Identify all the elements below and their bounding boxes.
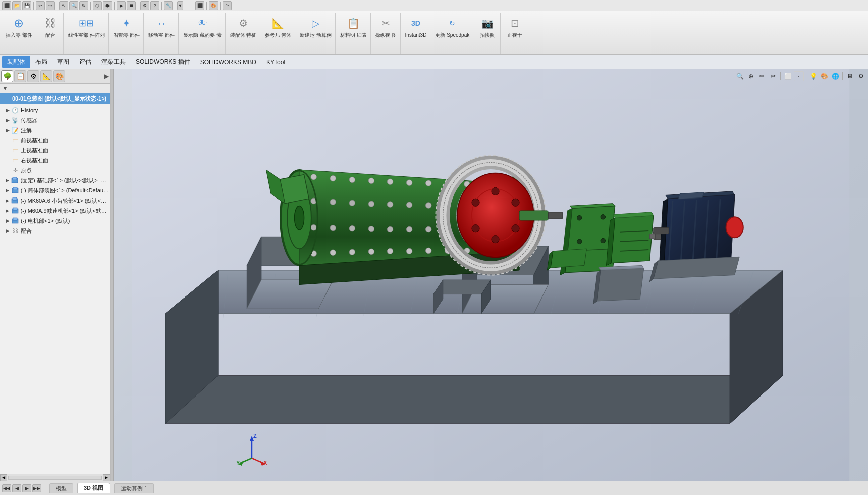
menu-kytool[interactable]: KYTool [261, 57, 290, 68]
linear-array-button[interactable]: ⊞⊞ 线性零部 件阵列 [67, 14, 106, 39]
nav-prev-btn[interactable]: ◀ [12, 484, 21, 492]
status-tab-motion[interactable]: 运动算例 1 [114, 483, 154, 493]
search-vp-icon[interactable]: 🔍 [735, 71, 745, 81]
nav-start-btn[interactable]: ◀◀ [2, 484, 11, 492]
more-icon[interactable]: ▼ [177, 1, 183, 10]
status-tab-model[interactable]: 模型 [49, 483, 73, 493]
solidworks-options-icon[interactable]: 🔧 [164, 1, 173, 10]
view-control-icon[interactable]: ⬛ [195, 1, 204, 10]
save-icon[interactable]: 💾 [22, 1, 31, 10]
panel-expand-arrow[interactable]: ▶ [104, 73, 109, 80]
select-icon[interactable]: ↖ [59, 1, 68, 10]
status-tab-3d[interactable]: 3D 视图 [77, 483, 110, 493]
menu-evaluate[interactable]: 评估 [74, 56, 96, 68]
menu-render[interactable]: 渲染工具 [96, 56, 131, 68]
annotations-icon: 📝 [11, 126, 19, 134]
open-file-icon[interactable]: 📂 [12, 1, 21, 10]
tree-item-mating[interactable]: ▶ ⛓ 配合 [0, 226, 110, 236]
filter-vp-icon[interactable]: ⊕ [746, 71, 756, 81]
undo-icon[interactable]: ↩ [36, 1, 45, 10]
scroll-track[interactable] [8, 476, 102, 480]
show-hide-button[interactable]: 👁 显示隐 藏的要 素 [182, 14, 223, 39]
scene-vp-icon[interactable]: 🌐 [830, 71, 840, 81]
move-part-label: 移动零 部件 [148, 32, 175, 38]
nav-end-btn[interactable]: ▶▶ [32, 484, 41, 492]
menubar: 装配体 布局 草图 评估 渲染工具 SOLIDWORKS 插件 SOLIDWOR… [0, 55, 868, 69]
rotate-icon[interactable]: ↻ [79, 1, 88, 10]
instant3d-label: Instant3D [405, 32, 427, 38]
options-icon[interactable]: ⚙ [140, 1, 149, 10]
tree-item-front-plane[interactable]: ▭ 前视基准面 [0, 135, 110, 145]
menu-assembly[interactable]: 装配体 [2, 56, 30, 68]
menu-sw-mbd[interactable]: SOLIDWORKS MBD [195, 57, 261, 68]
property-manager-tab[interactable]: 📋 [14, 70, 26, 82]
insert-part-label: 插入零 部件 [6, 32, 32, 38]
update-speedpak-button[interactable]: ↻ 更新 Speedpak [433, 14, 471, 39]
tree-root-item[interactable]: 00-01总装图 (默认<默认_显示状态-1>) [0, 93, 110, 104]
front-plane-icon: ▭ [11, 136, 19, 144]
reference-geometry-button[interactable]: 📐 参考几 何体 [263, 14, 293, 39]
display-style-icon[interactable]: ⬢ [103, 1, 112, 10]
new-motion-button[interactable]: ▷ 新建运 动算例 [298, 14, 333, 39]
snapshot-icon: 📷 [479, 15, 495, 31]
lighting-vp-icon[interactable]: 💡 [808, 71, 818, 81]
insert-part-button[interactable]: ⊕ 插入零 部件 [4, 14, 34, 39]
tree-item-reducer[interactable]: ▶ (-) M60A.9减速机部<1> (默认<默认_... [0, 206, 110, 216]
vp-sep2 [806, 72, 806, 80]
history-icon: 🕐 [11, 106, 19, 114]
tree-item-motor[interactable]: ▶ (-) 电机部<1> (默认) [0, 216, 110, 226]
smart-select-icon[interactable]: ✏ [757, 71, 767, 81]
help-icon[interactable]: ? [150, 1, 159, 10]
shell-arrow: ▶ [4, 188, 11, 193]
tree-item-history[interactable]: ▶ 🕐 History [0, 105, 110, 115]
tree-item-top-plane[interactable]: ▭ 上视基准面 [0, 145, 110, 155]
display-style-vp-icon[interactable]: ⬜ [783, 71, 793, 81]
svg-point-98 [512, 199, 519, 206]
appearance-tab[interactable]: 🎨 [53, 70, 65, 82]
view-orient-icon[interactable]: ⬡ [93, 1, 102, 10]
play-icon[interactable]: ▶ [117, 1, 126, 10]
stop-icon[interactable]: ⏹ [127, 1, 136, 10]
nav-next-btn[interactable]: ▶ [22, 484, 31, 492]
panel-scrollbar[interactable]: ◀ ▶ [0, 474, 110, 481]
mate-button[interactable]: ⛓ 配合 [39, 14, 61, 39]
scroll-left-btn[interactable]: ◀ [0, 474, 7, 481]
section-vp-icon[interactable]: ✂ [768, 71, 778, 81]
section-view-button[interactable]: ✂ 操纵视 图 [374, 14, 398, 39]
ribbon-group-move: ↔ 移动零 部件 [145, 13, 179, 54]
scroll-right-btn[interactable]: ▶ [103, 474, 110, 481]
menu-layout[interactable]: 布局 [30, 56, 52, 68]
instant3d-button[interactable]: 3D Instant3D [404, 14, 428, 39]
tree-item-right-plane[interactable]: ▭ 右视基准面 [0, 155, 110, 165]
appearance-icon[interactable]: 🎨 [209, 1, 218, 10]
dim-expert-tab[interactable]: 📐 [40, 70, 52, 82]
normalto-button[interactable]: ⊡ 正视于 [504, 14, 526, 39]
new-file-icon[interactable]: ⬛ [2, 1, 11, 10]
3d-viewport[interactable]: 🔍 ⊕ ✏ ✂ ⬜ · 💡 🎨 🌐 🖥 ⚙ [114, 69, 868, 481]
tree-item-small-gear[interactable]: ▶ (-) MK60A.6 小齿轮部<1> (默认<默认... [0, 195, 110, 206]
tree-item-sensors[interactable]: ▶ 📡 传感器 [0, 115, 110, 125]
hide-show-vp-icon[interactable]: · [794, 71, 804, 81]
assembly-features-button[interactable]: ⚙ 装配体 特征 [229, 14, 258, 39]
render-vp-icon[interactable]: 🎨 [819, 71, 829, 81]
snapshot-button[interactable]: 📷 拍快照 [476, 14, 498, 39]
tree-item-foundation[interactable]: ▶ (固定) 基础部<1> (默认<<默认>_显示... [0, 175, 110, 185]
move-part-button[interactable]: ↔ 移动零 部件 [147, 14, 176, 39]
feature-manager-tab[interactable]: 🌳 [1, 70, 13, 82]
tree-item-annotations[interactable]: ▶ 📝 注解 [0, 125, 110, 135]
curve-icon[interactable]: 〜 [223, 1, 232, 10]
smart-part-button[interactable]: ✦ 智能零 部件 [112, 14, 142, 39]
menu-sketch[interactable]: 草图 [52, 56, 74, 68]
config-manager-tab[interactable]: ⚙ [27, 70, 39, 82]
redo-icon[interactable]: ↪ [46, 1, 55, 10]
menu-sw-plugin[interactable]: SOLIDWORKS 插件 [131, 56, 195, 68]
bom-button[interactable]: 📋 材料明 细表 [339, 14, 368, 39]
tree-item-shell-assembly[interactable]: ▶ (-) 筒体部装图<1> (Default<Default_... [0, 185, 110, 195]
show-hide-icon: 👁 [194, 15, 210, 31]
tree-item-origin[interactable]: ✛ 原点 [0, 165, 110, 175]
mate-label: 配合 [45, 32, 55, 38]
zoom-icon[interactable]: 🔍 [69, 1, 78, 10]
monitor-vp-icon[interactable]: 🖥 [845, 71, 855, 81]
settings-vp-icon[interactable]: ⚙ [856, 71, 866, 81]
foundation-arrow: ▶ [4, 178, 11, 183]
